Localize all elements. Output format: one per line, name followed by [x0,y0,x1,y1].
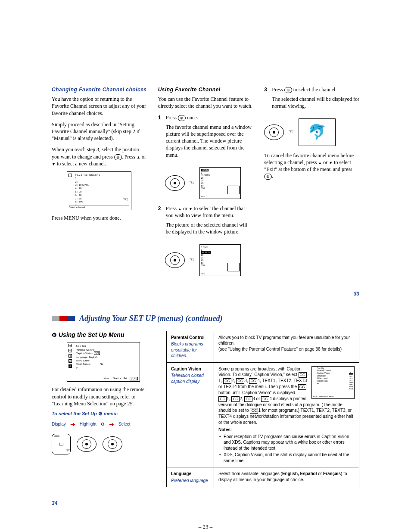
using-setup-heading: ⚙Using the Set Up Menu [52,331,155,339]
col-changing-fav: Changing Favorite Channel choices You ha… [52,86,147,282]
tv-illustration: 1 CNN 3 10 SPTN 20 30 40 50 100 ↩ Exit [199,244,241,276]
flow-diagram: Display ➔ Highlight ⚙ ➔ Select [52,420,155,429]
setup-layout: ⚙Using the Set Up Menu ▦ ✎ ⊕ ◐ ⚙ Set Up … [52,331,359,488]
plus-button-icon: ⊕ [284,87,292,93]
row-subtitle: Preferred language [171,478,209,484]
to-select-subtitle: To select the Set Up ⚙ menu: [52,411,155,417]
remote-illustration [103,436,122,452]
table-row: Caption Vision Television closed caption… [167,362,359,467]
cc-icon: CC [244,396,252,402]
table-row: Language Preferred language Select from … [167,467,359,487]
left-setup-column: ⚙Using the Set Up Menu ▦ ✎ ⊕ ◐ ⚙ Set Up … [52,331,155,488]
cc-icon: CC [231,396,240,402]
remote-illustration [165,175,185,191]
cc-icon: CC [218,396,227,402]
step-3: 3 Press ⊕ to select the channel. The sel… [264,86,359,114]
remote-triplet-illustration: MENU ☜ [52,434,155,454]
arrow-down-icon [329,159,333,165]
remote-illustration [77,436,97,452]
remote-illustration [165,252,185,268]
gear-icon: ⚙ [98,411,103,416]
step-1: 1 Press ⊕ once. The favorite channel men… [158,114,253,163]
setup-menu-illustration: ▦ ✎ ⊕ ◐ ⚙ Set Up Parental Control Captio… [67,342,140,382]
page-number-33: 33 [52,291,359,297]
arrow-up-icon [137,154,140,160]
col-step3: 3 Press ⊕ to select the channel. The sel… [264,86,359,282]
setup-table: Parental Control Blocks programs unsuita… [166,331,359,488]
top-columns: Changing Favorite Channel choices You ha… [52,86,359,282]
arrow-up-icon [178,205,182,212]
window-picture-icon [227,186,240,194]
page-number-34: 34 [52,500,359,506]
arrow-right-icon: ➔ [109,420,114,429]
plus-button-icon: ⊕ [264,174,272,180]
section-title: Adjusting Your SET UP (menus) (continued… [79,314,223,323]
fav-title: Favorite Channel [75,174,129,177]
footer-page-number: – 23 – [52,523,359,530]
para: You have the option of returning to the … [52,96,147,117]
hand-icon [189,257,195,263]
para: To cancel the favorite channel menu befo… [264,152,359,180]
arrow-right-icon: ➔ [70,420,75,429]
document-page: Changing Favorite Channel choices You ha… [0,0,411,532]
gear-icon: ⚙ [68,364,72,368]
remote-illustration [264,124,284,140]
col-using-fav: Using Favorite Channel You can use the F… [158,86,253,282]
gear-icon: ⚙ [101,421,105,427]
heading-changing-fav: Changing Favorite Channel choices [52,86,147,93]
para: Press MENU when you are done. [52,215,147,221]
cc-icon: CC [249,378,257,384]
plus-button-icon: ⊕ [114,154,122,160]
cc-icon: CC [298,384,306,390]
menu-icon [68,174,72,177]
hand-icon: ☜ [123,196,128,204]
hand-icon [288,129,294,135]
row-title: Language [171,471,191,476]
hand-icon [189,180,195,186]
notes-list: Poor reception of TV programs can cause … [218,434,355,464]
notes-label: Notes: [218,427,355,433]
step-2: 2 Press or to select the channel that yo… [158,205,253,240]
row-subtitle: Television closed caption display [171,373,209,384]
para: You can use the Favorite Channel feature… [158,96,253,109]
row-subtitle: Blocks programs unsuitable for children. [171,341,209,359]
list-item: Poor reception of TV programs can cause … [218,434,355,451]
menu-icon: ⊕ [68,354,72,358]
setup-mini-illustration: Set Up Parental Control Caption Vision: … [311,366,355,399]
row-title: Parental Control [171,335,205,340]
menu-icon: ▦ [68,344,72,347]
favorite-channel-illustration: Favorite Channel 1 : 2 : 3 : 10 SPTN 4 :… [67,171,131,210]
cc-icon: CC [236,378,244,384]
arrow-down-icon [52,161,56,167]
gear-icon: ⚙ [52,332,57,338]
cc-icon: CC [250,408,258,414]
cc-icon: CC [261,396,269,402]
window-picture-icon [227,263,240,271]
table-row: Parental Control Blocks programs unsuita… [167,331,359,362]
menu-icon: ◐ [68,359,72,363]
menu-icon: ✎ [68,349,72,352]
color-blocks-icon [52,316,75,321]
row-title: Caption Vision [171,367,201,371]
hand-icon: ☜ [65,447,71,455]
para: For detailed information on using the re… [52,386,155,407]
list-item: XDS, Caption Vision, and the status disp… [218,452,355,464]
tv-illustration: 1 CNN 3 10 SPTN 20 30 40 50 100 ↩ Exit [199,167,241,199]
dolphin-icon: 🐬 [308,122,326,142]
cc-icon: CC [223,378,231,384]
remote-menu-illustration: MENU ☜ [52,434,71,454]
para: Simply proceed as described in "Setting … [52,121,147,142]
setup-table-wrap: Parental Control Blocks programs unsuita… [166,331,359,488]
para: When you reach step 3, select the positi… [52,146,147,167]
figure-row-2: 1 CNN 3 10 SPTN 20 30 40 50 100 ↩ Exit [165,244,253,276]
figure-row-3: 🐬 [264,118,359,146]
section-title-row: Adjusting Your SET UP (menus) (continued… [52,314,359,323]
heading-using-fav: Using Favorite Channel [158,86,253,93]
arrow-up-icon [318,159,322,165]
figure-row-1: 1 CNN 3 10 SPTN 20 30 40 50 100 ↩ Exit [165,167,253,199]
arrow-down-icon [189,205,193,212]
plus-button-icon: ⊕ [178,115,186,121]
cc-icon: CC [299,372,307,378]
tv-full-illustration: 🐬 [299,118,336,146]
